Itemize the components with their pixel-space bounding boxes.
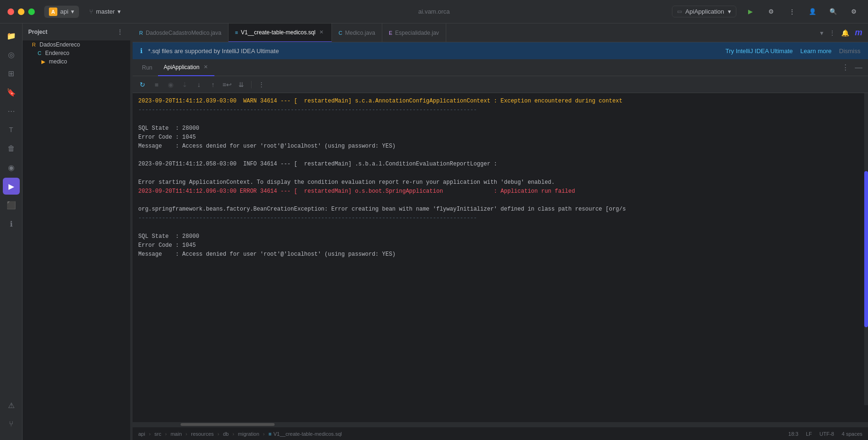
notification-actions: Try IntelliJ IDEA Ultimate Learn more Di…: [726, 47, 860, 55]
project-selector[interactable]: A api ▾: [44, 6, 79, 18]
run-tab-run[interactable]: Run: [136, 59, 158, 76]
tabs-end: ▾ ⋮ 🔔 m: [814, 27, 868, 39]
log-line-17: Error Code : 1045: [138, 241, 862, 250]
scroll-up-button[interactable]: ↑: [207, 79, 219, 91]
learn-more-link[interactable]: Learn more: [800, 47, 831, 55]
sidebar-item-terminal[interactable]: ⬛: [3, 196, 20, 213]
sidebar-item-more[interactable]: ⋯: [3, 102, 20, 119]
run-tabs-minimize-btn[interactable]: —: [853, 63, 864, 73]
sidebar-item-bookmarks[interactable]: 🔖: [3, 84, 20, 101]
horizontal-scrollbar[interactable]: [133, 422, 868, 427]
indent-setting[interactable]: 4 spaces: [842, 431, 862, 437]
run-tab-close[interactable]: ✕: [202, 64, 209, 71]
main-layout: 📁 ◎ ⊞ 🔖 ⋯ T 🗑 ◉ ▶ ⬛ ℹ ⚠ ⑂ Project ⋮ R Da…: [0, 24, 868, 440]
run-tabs-more-btn[interactable]: ⋮: [840, 62, 851, 73]
run-config-name: ApiApplication: [686, 8, 724, 15]
sidebar-bottom: ⚠ ⑂: [3, 397, 20, 436]
log-line-2: ----------------------------------------…: [138, 106, 862, 115]
window-title: ai.vam.orca: [418, 8, 450, 15]
log-line-8: 2023-09-20T11:41:12.058-03:00 INFO 34614…: [138, 160, 862, 169]
sidebar-item-structure[interactable]: ⊞: [3, 65, 20, 82]
run-config-selector[interactable]: ▭ ApiApplication ▾: [672, 6, 736, 17]
branch-selector[interactable]: ⑂ master ▾: [85, 6, 126, 17]
more-actions-button[interactable]: ⋮: [255, 79, 268, 91]
stop-button[interactable]: ■: [150, 79, 163, 91]
encoding[interactable]: UTF-8: [820, 431, 834, 437]
restore-layout-button[interactable]: ◉: [165, 79, 177, 91]
status-bar-right: 18:3 LF UTF-8 4 spaces: [789, 431, 862, 437]
run-tab-apiapp[interactable]: ApiApplication ✕: [158, 59, 214, 76]
title-bar-right: ▭ ApiApplication ▾ ▶ ⚙ ⋮ 👤 🔍 ⚙: [672, 5, 860, 18]
line-ending[interactable]: LF: [806, 431, 812, 437]
run-config-dropdown-icon: ▾: [728, 8, 731, 15]
notification-bell[interactable]: 🔔: [839, 28, 851, 38]
breadcrumb-api[interactable]: api: [138, 431, 145, 437]
tab-close-v1migration[interactable]: ✕: [318, 29, 325, 36]
editor-area: R DadosdeCadastroMedico.java ≡ V1__creat…: [133, 24, 868, 440]
record-icon: R: [30, 42, 38, 47]
icon-sidebar: 📁 ◎ ⊞ 🔖 ⋯ T 🗑 ◉ ▶ ⬛ ℹ ⚠ ⑂: [0, 24, 23, 440]
sidebar-item-tools[interactable]: 🗑: [3, 140, 20, 157]
sidebar-item-git[interactable]: ⑂: [3, 416, 20, 432]
sidebar-item-plugins[interactable]: ◉: [3, 159, 20, 176]
scrollbar-track: [864, 93, 868, 405]
console-output[interactable]: 2023-09-20T11:41:12.039-03:00 WARN 34614…: [133, 93, 868, 422]
tabs-dropdown-button[interactable]: ▾: [818, 28, 825, 38]
settings-icon[interactable]: ⚙: [847, 5, 860, 18]
tree-label-medico: medico: [49, 58, 67, 65]
breadcrumb-file[interactable]: V1__create-table-medicos.sql: [273, 431, 342, 437]
tree-item-endereco[interactable]: C Endereco: [23, 49, 130, 57]
log-line-15: [138, 223, 862, 232]
run-tabs-bar: Run ApiApplication ✕ ⋮ —: [133, 59, 868, 76]
tree-item-medico[interactable]: ▶ medico: [23, 57, 130, 66]
more-button[interactable]: ⋮: [785, 5, 798, 18]
tab-icon-especialidade: E: [389, 30, 392, 36]
breadcrumb-main[interactable]: main: [171, 431, 182, 437]
soft-wrap-button[interactable]: ≡↩: [221, 79, 233, 91]
log-line-13: org.springframework.beans.factory.BeanCr…: [138, 205, 862, 214]
notification-bar: ℹ *.sql files are supported by IntelliJ …: [133, 42, 868, 59]
scroll-to-end-button[interactable]: ⇊: [235, 79, 247, 91]
breadcrumb-file-icon: ≡: [268, 431, 271, 437]
log-line-5: Error Code : 1045: [138, 133, 862, 142]
tab-medico[interactable]: C Medico.java: [332, 24, 382, 42]
log-line-11: 2023-09-20T11:41:12.096-03:00 ERROR 3461…: [138, 187, 862, 196]
scroll-end-button[interactable]: ⇣: [179, 79, 191, 91]
project-dropdown-icon: ▾: [71, 8, 74, 15]
breadcrumb-db[interactable]: db: [223, 431, 229, 437]
run-button[interactable]: ▶: [744, 5, 757, 18]
h-scrollbar-thumb[interactable]: [181, 423, 275, 426]
sidebar-item-warning[interactable]: ⚠: [3, 397, 20, 414]
sidebar-item-text[interactable]: T: [3, 121, 20, 138]
sidebar-item-run[interactable]: ▶: [3, 178, 20, 195]
dismiss-button[interactable]: Dismiss: [839, 47, 861, 55]
panel-options-button[interactable]: ⋮: [115, 27, 125, 37]
log-line-1: 2023-09-20T11:41:12.039-03:00 WARN 34614…: [138, 97, 862, 106]
log-line-3: [138, 115, 862, 124]
tree-item-dadosendereco[interactable]: R DadosEndereco: [23, 40, 130, 49]
search-icon[interactable]: 🔍: [827, 5, 840, 18]
breadcrumb-resources[interactable]: resources: [191, 431, 213, 437]
cursor-position[interactable]: 18:3: [789, 431, 798, 437]
tab-especialidade[interactable]: E Especialidade.jav: [382, 24, 446, 42]
project-panel: Project ⋮ R DadosEndereco C Endereco ▶ m…: [23, 24, 131, 440]
breadcrumb-migration[interactable]: migration: [238, 431, 259, 437]
sidebar-item-problems[interactable]: ℹ: [3, 215, 20, 232]
scrollbar-thumb[interactable]: [864, 171, 868, 327]
sidebar-item-vcs[interactable]: ◎: [3, 46, 20, 63]
user-icon[interactable]: 👤: [806, 5, 819, 18]
debug-button[interactable]: ⚙: [765, 5, 778, 18]
rerun-button[interactable]: ↻: [136, 79, 149, 91]
scroll-down-button[interactable]: ↓: [193, 79, 205, 91]
tab-v1migration[interactable]: ≡ V1__create-table-medicos.sql ✕: [229, 24, 332, 42]
tabs-more-button[interactable]: ⋮: [827, 28, 837, 38]
tab-dadoscadastro[interactable]: R DadosdeCadastroMedico.java: [133, 24, 229, 42]
close-button[interactable]: [8, 8, 14, 15]
try-intellij-link[interactable]: Try IntelliJ IDEA Ultimate: [726, 47, 793, 55]
sidebar-item-folder[interactable]: 📁: [3, 27, 20, 44]
tab-label-v1migration: V1__create-table-medicos.sql: [241, 29, 316, 36]
panel-header-actions: ⋮: [115, 27, 125, 37]
breadcrumb-src[interactable]: src: [154, 431, 161, 437]
maximize-button[interactable]: [28, 8, 35, 15]
minimize-button[interactable]: [18, 8, 24, 15]
